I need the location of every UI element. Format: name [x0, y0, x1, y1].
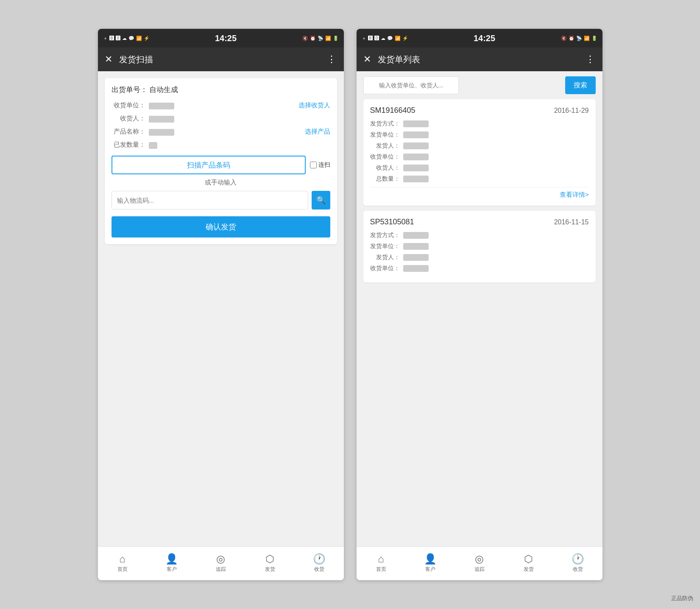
- left-nav-ship-label: 发货: [265, 566, 275, 573]
- signal-icon: 📶: [325, 36, 331, 41]
- right-nav-receive-label: 收货: [573, 566, 583, 573]
- list-search-button[interactable]: 搜索: [565, 76, 596, 94]
- r-home-icon: ⌂: [378, 554, 384, 564]
- li1-label-5: 总数量：: [370, 175, 400, 183]
- sent-qty-value: [149, 141, 330, 148]
- usb-icon: ⚡: [144, 36, 150, 41]
- list-item-2-date: 2016-11-15: [554, 218, 589, 226]
- product-label: 产品名称：: [112, 128, 145, 136]
- li1-label-4: 收货人：: [370, 164, 400, 172]
- r-wifi2-icon: 📡: [576, 36, 582, 41]
- left-page-title: 发货扫描: [119, 54, 320, 65]
- li1-value-5: [403, 176, 429, 182]
- list-item-1-row-3: 收货单位：: [370, 153, 589, 161]
- receive-icon: 🕐: [313, 554, 326, 564]
- list-item-1-row-1: 发货单位：: [370, 131, 589, 139]
- search-bar-wrapper: 🔍: [363, 76, 562, 94]
- app-icon-1: 🅱: [109, 36, 114, 41]
- scan-section: 扫描产品条码 连扫: [112, 156, 330, 174]
- right-nav-home[interactable]: ⌂ 首页: [357, 547, 406, 580]
- select-product-link[interactable]: 选择产品: [305, 128, 330, 136]
- logistics-input[interactable]: [112, 191, 308, 210]
- right-status-icons-left: ＋ 🅱 🅾 ☁ 💬 📶 ⚡: [362, 35, 408, 42]
- app-icon-2: 🅾: [116, 36, 120, 41]
- r-mute-icon: 🔇: [561, 36, 567, 41]
- right-nav-customer[interactable]: 👤 客户: [406, 547, 455, 580]
- right-close-button[interactable]: ✕: [363, 54, 371, 65]
- left-status-icons-right: 🔇 ⏰ 📡 📶 🔋: [302, 36, 339, 41]
- right-menu-button[interactable]: ⋮: [586, 54, 596, 65]
- r-wechat-icon: 💬: [387, 36, 393, 41]
- weather-icon: ☁: [122, 36, 127, 41]
- battery-icon: 🔋: [333, 36, 339, 41]
- right-nav-ship[interactable]: ⬡ 发货: [504, 547, 553, 580]
- right-nav-home-label: 首页: [376, 566, 386, 573]
- list-item-2-header: SP53105081 2016-11-15: [370, 218, 589, 226]
- list-item-1-row-2: 发货人：: [370, 142, 589, 150]
- watermark-area: 正品防伪: [671, 594, 693, 602]
- left-status-bar: ＋ 🅱 🅾 ☁ 💬 📶 ⚡ 14:25 🔇 ⏰ 📡 📶 🔋: [98, 29, 344, 47]
- search-icon: 🔍: [316, 196, 326, 205]
- list-item-2-id: SP53105081: [370, 218, 414, 226]
- list-item-2-row-3: 收货单位：: [370, 265, 589, 272]
- right-bottom-nav: ⌂ 首页 👤 客户 ◎ 追踪 ⬡ 发货 🕐 收货: [357, 546, 602, 580]
- select-receiver-link[interactable]: 选择收货人: [298, 101, 330, 109]
- continuous-scan-label[interactable]: 连扫: [310, 161, 330, 169]
- continuous-scan-checkbox[interactable]: [310, 162, 317, 168]
- receiver-value: [149, 115, 330, 122]
- r-app-icon-2: 🅾: [374, 36, 379, 41]
- list-item-2-row-0: 发货方式：: [370, 232, 589, 239]
- left-status-time: 14:25: [215, 34, 237, 43]
- r-ship-icon: ⬡: [524, 554, 533, 564]
- left-menu-button[interactable]: ⋮: [327, 54, 337, 65]
- order-number-row: 出货单号： 自动生成: [112, 85, 330, 95]
- right-nav-track[interactable]: ◎ 追踪: [455, 547, 504, 580]
- confirm-shipment-button[interactable]: 确认发货: [112, 216, 330, 237]
- left-nav-ship[interactable]: ⬡ 发货: [245, 547, 295, 580]
- wifi-icon: 📶: [136, 36, 142, 41]
- list-search-input[interactable]: [363, 76, 459, 94]
- right-status-time: 14:25: [474, 34, 495, 43]
- li2-value-2: [403, 254, 429, 261]
- receiver-row: 收货人：: [112, 115, 330, 123]
- right-nav-receive[interactable]: 🕐 收货: [553, 547, 602, 580]
- mute-icon: 🔇: [302, 36, 308, 41]
- li1-value-0: [403, 120, 429, 127]
- track-icon: ◎: [216, 554, 225, 564]
- receiver-unit-blurred: [149, 103, 174, 109]
- right-list-content: SM19166405 2016-11-29 发货方式： 发货单位： 发货人： 收…: [357, 99, 602, 546]
- right-nav-ship-label: 发货: [524, 566, 534, 573]
- list-item-1-detail-link[interactable]: 查看详情>: [560, 191, 589, 198]
- ship-icon: ⬡: [265, 554, 274, 564]
- right-status-bar: ＋ 🅱 🅾 ☁ 💬 📶 ⚡ 14:25 🔇 ⏰ 📡 📶 🔋: [357, 29, 602, 47]
- left-nav-customer[interactable]: 👤 客户: [147, 547, 196, 580]
- list-item-1-date: 2016-11-29: [554, 107, 589, 115]
- left-close-button[interactable]: ✕: [105, 54, 112, 65]
- product-value: [149, 128, 305, 135]
- home-icon: ⌂: [119, 554, 125, 564]
- scan-barcode-button[interactable]: 扫描产品条码: [112, 156, 306, 174]
- receiver-blurred: [149, 116, 174, 123]
- order-value: 自动生成: [149, 86, 178, 94]
- list-item-2: SP53105081 2016-11-15 发货方式： 发货单位： 发货人： 收…: [363, 211, 596, 282]
- product-blurred: [149, 129, 174, 136]
- li2-label-0: 发货方式：: [370, 232, 400, 239]
- list-item-2-row-2: 发货人：: [370, 254, 589, 261]
- left-nav-receive[interactable]: 🕐 收货: [295, 547, 344, 580]
- logistics-search-button[interactable]: 🔍: [312, 191, 330, 210]
- list-item-1-footer: 查看详情>: [370, 187, 589, 199]
- left-nav-home[interactable]: ⌂ 首页: [98, 547, 147, 580]
- li1-label-3: 收货单位：: [370, 153, 400, 161]
- r-customer-icon: 👤: [424, 554, 437, 564]
- receiver-label: 收货人：: [112, 115, 145, 123]
- r-app-icon-1: 🅱: [368, 36, 373, 41]
- logistics-search-row: 🔍: [112, 191, 330, 210]
- left-status-icons-left: ＋ 🅱 🅾 ☁ 💬 📶 ⚡: [103, 35, 150, 42]
- li1-label-0: 发货方式：: [370, 120, 400, 128]
- left-nav-track[interactable]: ◎ 追踪: [196, 547, 245, 580]
- left-nav-track-label: 追踪: [216, 566, 226, 573]
- left-nav-receive-label: 收货: [314, 566, 324, 573]
- alarm-icon: ⏰: [310, 36, 316, 41]
- li2-label-2: 发货人：: [370, 254, 400, 261]
- right-title-bar: ✕ 发货单列表 ⋮: [357, 47, 602, 71]
